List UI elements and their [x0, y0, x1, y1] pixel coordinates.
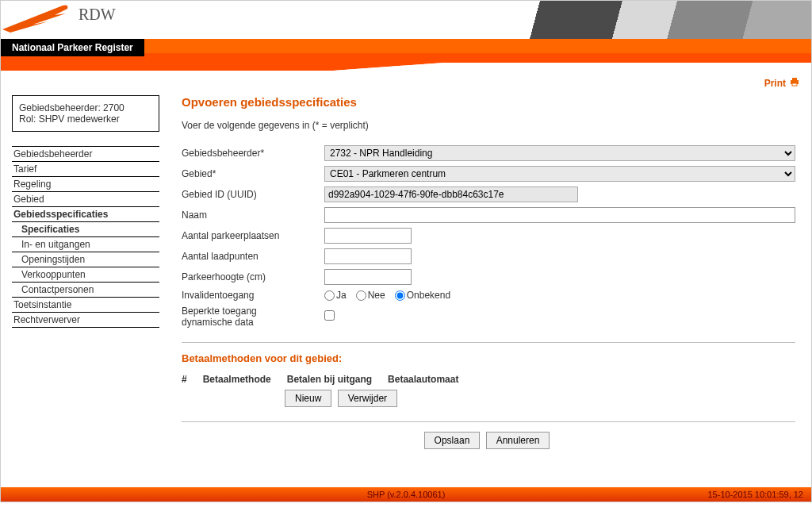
divider — [182, 342, 795, 343]
cancel-button[interactable]: Annuleren — [486, 432, 550, 449]
radio-ja-label: Ja — [336, 290, 347, 301]
header-image — [478, 1, 811, 39]
radio-nee-wrap[interactable]: Nee — [356, 290, 385, 301]
input-naam[interactable] — [324, 207, 795, 223]
footer-version: SHP (v.2.0.4.10061) — [367, 490, 446, 499]
brand-text: RDW — [79, 6, 116, 24]
label-beperkte-toegang: Beperkte toegang dynamische data — [182, 306, 324, 328]
page-title: Opvoeren gebiedsspecificaties — [182, 95, 795, 109]
user-info-box: Gebiedsbeheerder: 2700 Rol: SHPV medewer… — [12, 95, 159, 132]
input-parkeerplaatsen[interactable] — [324, 228, 412, 244]
input-laadpunten[interactable] — [324, 248, 412, 264]
delete-button[interactable]: Verwijder — [338, 390, 397, 407]
col-auto: Betaalautomaat — [388, 374, 474, 390]
nav-toetsinstantie[interactable]: Toetsinstantie — [12, 298, 159, 313]
radio-nee-label: Nee — [368, 290, 385, 301]
col-exit: Betalen bij uitgang — [287, 374, 388, 390]
svg-rect-5 — [792, 83, 797, 86]
nav-gebiedsbeheerder[interactable]: Gebiedsbeheerder — [12, 147, 159, 162]
nav-contactpersonen[interactable]: Contactpersonen — [12, 283, 159, 298]
user-info-line2: Rol: SHPV medewerker — [19, 113, 152, 125]
nav-list: Gebiedsbeheerder Tarief Regeling Gebied … — [12, 146, 159, 328]
radio-ja-wrap[interactable]: Ja — [324, 290, 347, 301]
svg-rect-4 — [792, 78, 797, 80]
page-instruction: Voer de volgende gegevens in (* = verpli… — [182, 120, 795, 131]
radio-ja[interactable] — [324, 290, 335, 301]
payment-table: # Betaalmethode Betalen bij uitgang Beta… — [182, 374, 474, 390]
print-label: Print — [764, 78, 786, 89]
label-laadpunten: Aantal laadpunten — [182, 251, 324, 262]
main-area: Opvoeren gebiedsspecificaties Voer de vo… — [182, 95, 800, 479]
divider-2 — [182, 421, 795, 422]
radio-onbekend-label: Onbekend — [407, 290, 450, 301]
label-gebiedsbeheerder: Gebiedsbeheerder* — [182, 148, 324, 159]
nav-in-en-uitgangen[interactable]: In- en uitgangen — [12, 237, 159, 252]
nav-regeling[interactable]: Regeling — [12, 177, 159, 192]
label-uuid: Gebied ID (UUID) — [182, 189, 324, 200]
input-uuid — [324, 186, 578, 202]
user-info-line1: Gebiedsbeheerder: 2700 — [19, 102, 152, 113]
label-naam: Naam — [182, 210, 324, 221]
nav-gebied[interactable]: Gebied — [12, 192, 159, 207]
save-button[interactable]: Opslaan — [424, 432, 481, 449]
nav-rechtverwerver[interactable]: Rechtverwerver — [12, 313, 159, 328]
label-parkeerplaatsen: Aantal parkeerplaatsen — [182, 230, 324, 241]
select-gebied[interactable]: CE01 - Parkmeren centrum — [324, 166, 795, 182]
radio-nee[interactable] — [356, 290, 366, 301]
nav-specificaties[interactable]: Specificaties — [12, 222, 159, 237]
nav-gebiedsspecificaties[interactable]: Gebiedsspecificaties — [12, 207, 159, 222]
checkbox-beperkte-toegang[interactable] — [324, 310, 335, 321]
label-invalidentoegang: Invalidentoegang — [182, 290, 324, 301]
system-title: Nationaal Parkeer Register — [1, 39, 144, 56]
label-parkeerhoogte: Parkeerhoogte (cm) — [182, 271, 324, 283]
app-header: RDW Nationaal Parkeer Register — [1, 1, 811, 72]
col-method: Betaalmethode — [203, 374, 287, 390]
sidebar: Gebiedsbeheerder: 2700 Rol: SHPV medewer… — [12, 95, 159, 479]
select-gebiedsbeheerder[interactable]: 2732 - NPR Handleiding — [324, 145, 795, 161]
print-link[interactable]: Print — [764, 77, 800, 89]
nav-verkooppunten[interactable]: Verkooppunten — [12, 267, 159, 283]
radio-onbekend-wrap[interactable]: Onbekend — [395, 290, 450, 301]
footer-timestamp: 15-10-2015 10:01:59, 12 — [708, 490, 804, 499]
nav-tarief[interactable]: Tarief — [12, 162, 159, 177]
payment-section-title: Betaalmethoden voor dit gebied: — [182, 352, 795, 364]
footer: SHP (v.2.0.4.10061) 15-10-2015 10:01:59,… — [1, 487, 811, 502]
nav-openingstijden[interactable]: Openingstijden — [12, 252, 159, 267]
radio-onbekend[interactable] — [395, 290, 405, 301]
input-parkeerhoogte[interactable] — [324, 269, 412, 285]
logo-feather-icon — [1, 1, 72, 39]
print-icon — [789, 77, 800, 89]
new-button[interactable]: Nieuw — [285, 390, 331, 407]
label-gebied: Gebied* — [182, 168, 324, 179]
col-num: # — [182, 374, 203, 390]
